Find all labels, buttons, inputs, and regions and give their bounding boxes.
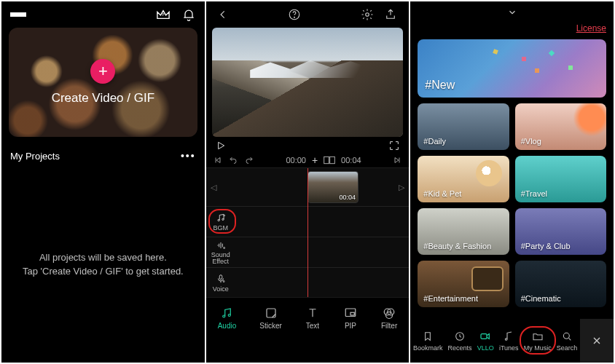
music-topbar	[410, 1, 614, 23]
sfx-label: Sound Effect	[211, 252, 230, 265]
tab-label: VLLO	[477, 344, 494, 352]
video-preview[interactable]	[212, 28, 404, 137]
svg-rect-12	[350, 312, 354, 315]
music-bottom-bar: Bookmark Recents VLLO iTunes My Music	[410, 319, 614, 363]
close-button[interactable]	[580, 319, 614, 363]
timeline-toolbar: 00:00 + 00:04	[206, 153, 410, 167]
soundwave-icon	[215, 240, 227, 250]
svg-rect-17	[481, 333, 487, 339]
category-new[interactable]: #New	[418, 39, 606, 98]
play-icon[interactable]	[215, 140, 227, 151]
tab-pip[interactable]: PIP	[343, 306, 358, 330]
timeline-playhead[interactable]	[308, 168, 308, 297]
tab-itunes[interactable]: iTunes	[499, 331, 519, 352]
svg-point-2	[294, 17, 295, 17]
create-video-card[interactable]: + Create Video / GIF	[9, 28, 197, 137]
cat-label: #Cinematic	[521, 294, 561, 303]
tab-label: Search	[557, 344, 578, 352]
tab-text[interactable]: Text	[305, 306, 320, 330]
seek-end-icon[interactable]	[393, 156, 401, 165]
menu-icon[interactable]	[10, 8, 26, 21]
clock-icon	[454, 331, 466, 342]
category-vlog[interactable]: #Vlog	[515, 103, 606, 150]
editor-bottom-tabs: Audio Sticker Text PIP Filter	[206, 297, 410, 338]
settings-gear-icon[interactable]	[361, 8, 374, 21]
timeline-add-icon[interactable]: +	[312, 154, 318, 166]
tab-label: My Music	[524, 344, 552, 352]
empty-projects-hint: All projects will be saved here. Tap 'Cr…	[1, 167, 205, 363]
category-cinematic[interactable]: #Cinematic	[515, 261, 606, 307]
my-projects-title: My Projects	[10, 151, 60, 162]
microphone-icon	[215, 274, 227, 284]
svg-text:P: P	[162, 13, 164, 17]
svg-point-18	[563, 333, 569, 339]
category-beauty-fashion[interactable]: #Beauty & Fashion	[418, 208, 509, 255]
category-travel[interactable]: #Travel	[515, 156, 606, 202]
storyboard-icon[interactable]	[324, 156, 335, 165]
cat-label: #Vlog	[521, 137, 541, 146]
music-library-panel: License #New #Daily #Vlog #Kid & Pet #Tr…	[410, 1, 614, 363]
fullscreen-icon[interactable]	[388, 140, 400, 151]
notifications-bell-icon[interactable]	[181, 7, 196, 22]
tab-pip-label: PIP	[345, 322, 356, 330]
trim-left-icon[interactable]: ◁	[211, 183, 216, 192]
seek-start-icon[interactable]	[214, 156, 222, 165]
timeline-clip[interactable]: 00:04	[308, 171, 359, 203]
tab-my-music[interactable]: My Music	[524, 331, 552, 352]
tab-label: iTunes	[499, 344, 519, 352]
tab-label: Bookmark	[413, 344, 443, 352]
plus-icon: +	[90, 59, 115, 84]
hint-line: Tap 'Create Video / GIF' to get started.	[23, 266, 184, 277]
category-kid-pet[interactable]: #Kid & Pet	[418, 156, 509, 202]
tab-filter-label: Filter	[381, 322, 397, 330]
chevron-down-icon[interactable]	[506, 7, 519, 17]
category-entertainment[interactable]: #Entertainment	[418, 261, 509, 307]
folder-icon	[532, 331, 544, 342]
cat-label: #Kid & Pet	[423, 189, 461, 198]
redo-icon[interactable]	[244, 156, 254, 165]
svg-rect-4	[324, 157, 329, 163]
help-icon[interactable]	[288, 8, 301, 21]
tab-recents[interactable]: Recents	[448, 331, 472, 352]
undo-icon[interactable]	[228, 156, 238, 165]
trim-right-icon[interactable]: ▷	[399, 183, 404, 192]
voice-label: Voice	[213, 285, 229, 293]
tab-bookmark[interactable]: Bookmark	[413, 331, 443, 352]
my-projects-row: My Projects •••	[1, 137, 205, 167]
timeline[interactable]: ◁ ▷ 00:04 BGM Sound Effect Voice	[206, 167, 410, 297]
cat-label: #Party & Club	[521, 242, 571, 250]
editor-topbar	[206, 1, 410, 28]
search-icon	[561, 331, 573, 342]
home-topbar: P	[1, 1, 205, 28]
cat-label: #Beauty & Fashion	[423, 242, 491, 250]
premium-crown-icon[interactable]: P	[155, 8, 171, 21]
playback-bar	[206, 137, 410, 153]
tab-search[interactable]: Search	[557, 331, 578, 352]
back-icon[interactable]	[218, 9, 228, 20]
tab-filter[interactable]: Filter	[381, 306, 397, 330]
home-panel: P + Create Video / GIF My Projects ••• A…	[1, 1, 205, 363]
export-icon[interactable]	[384, 8, 397, 21]
tab-audio[interactable]: Audio	[218, 306, 237, 330]
camera-icon	[479, 331, 492, 342]
create-video-label: Create Video / GIF	[52, 91, 154, 106]
svg-rect-8	[219, 274, 222, 279]
tab-sticker[interactable]: Sticker	[259, 306, 282, 330]
music-note-icon	[215, 213, 227, 223]
svg-rect-5	[330, 157, 335, 163]
category-daily[interactable]: #Daily	[418, 103, 509, 150]
tab-text-label: Text	[306, 322, 319, 330]
music-note-icon	[503, 331, 514, 342]
bookmark-icon	[422, 331, 434, 342]
category-new-label: #New	[425, 79, 455, 92]
license-link[interactable]: License	[576, 23, 606, 33]
svg-rect-10	[267, 309, 275, 317]
cat-label: #Entertainment	[423, 294, 478, 303]
category-grid: #Daily #Vlog #Kid & Pet #Travel #Beauty …	[410, 103, 614, 307]
svg-point-3	[366, 13, 369, 17]
hint-line: All projects will be saved here.	[39, 252, 167, 263]
category-party-club[interactable]: #Party & Club	[515, 208, 606, 255]
projects-more-icon[interactable]: •••	[181, 150, 196, 162]
tab-vllo[interactable]: VLLO	[477, 331, 494, 352]
cat-label: #Travel	[521, 189, 547, 198]
